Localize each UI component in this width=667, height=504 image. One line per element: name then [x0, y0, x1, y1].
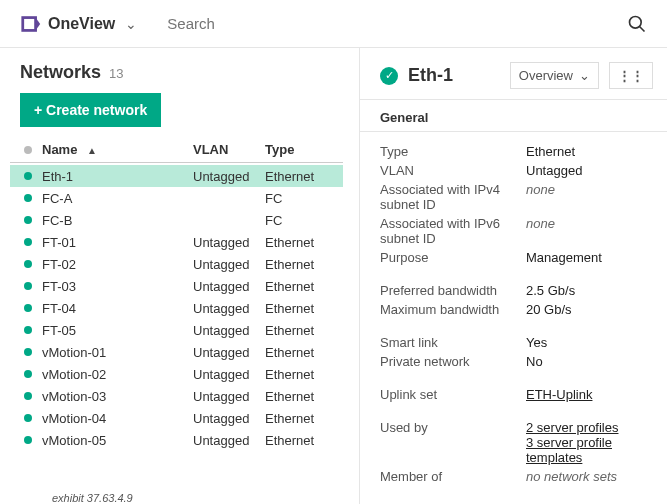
table-row[interactable]: FC-BFC — [10, 209, 343, 231]
status-ok-icon — [24, 282, 32, 290]
detail-row: VLANUntagged — [380, 163, 647, 178]
cell-type: FC — [265, 213, 339, 228]
chevron-down-icon: ⌄ — [579, 68, 590, 83]
table-row[interactable]: vMotion-03UntaggedEthernet — [10, 385, 343, 407]
cell-vlan: Untagged — [193, 389, 265, 404]
status-ok-icon — [24, 172, 32, 180]
detail-value: Management — [526, 250, 647, 265]
detail-row: Private networkNo — [380, 354, 647, 369]
detail-value: Untagged — [526, 163, 647, 178]
cell-vlan: Untagged — [193, 279, 265, 294]
cell-name: vMotion-04 — [42, 411, 193, 426]
cell-type: Ethernet — [265, 235, 339, 250]
detail-link[interactable]: 3 server profile templates — [526, 435, 647, 465]
detail-header: ✓ Eth-1 Overview ⌄ ⋮⋮ — [360, 58, 667, 100]
cell-type: Ethernet — [265, 433, 339, 448]
cell-type: Ethernet — [265, 257, 339, 272]
detail-value[interactable]: ETH-Uplink — [526, 387, 647, 402]
detail-title: Eth-1 — [408, 65, 453, 86]
detail-panel: ✓ Eth-1 Overview ⌄ ⋮⋮ General TypeEthern… — [360, 48, 667, 504]
detail-value: 20 Gb/s — [526, 302, 647, 317]
detail-row: Maximum bandwidth20 Gb/s — [380, 302, 647, 317]
status-ok-icon — [24, 392, 32, 400]
cell-type: Ethernet — [265, 279, 339, 294]
detail-row: Used by2 server profiles3 server profile… — [380, 420, 647, 465]
status-ok-icon — [24, 304, 32, 312]
table-row[interactable]: FC-AFC — [10, 187, 343, 209]
detail-key: Associated with IPv6 subnet ID — [380, 216, 526, 246]
exhibit-label: exhibit 37.63.4.9 — [0, 486, 359, 504]
sort-asc-icon: ▲ — [87, 145, 97, 156]
detail-key: Uplink set — [380, 387, 526, 402]
table-row[interactable]: vMotion-05UntaggedEthernet — [10, 429, 343, 451]
create-network-button[interactable]: + Create network — [20, 93, 161, 127]
cell-vlan: Untagged — [193, 367, 265, 382]
detail-key: Associated with IPv4 subnet ID — [380, 182, 526, 212]
cell-type: Ethernet — [265, 389, 339, 404]
cell-vlan: Untagged — [193, 257, 265, 272]
detail-row: TypeEthernet — [380, 144, 647, 159]
table-row[interactable]: FT-05UntaggedEthernet — [10, 319, 343, 341]
column-name[interactable]: Name ▲ — [42, 142, 193, 157]
cell-name: FC-B — [42, 213, 193, 228]
status-ok-icon — [24, 436, 32, 444]
svg-rect-0 — [23, 17, 36, 30]
network-list-panel: Networks 13 + Create network Name ▲ VLAN… — [0, 48, 360, 504]
cell-type: Ethernet — [265, 411, 339, 426]
cell-name: FT-02 — [42, 257, 193, 272]
actions-button[interactable]: ⋮⋮ — [609, 62, 653, 89]
table-row[interactable]: vMotion-04UntaggedEthernet — [10, 407, 343, 429]
table-row[interactable]: vMotion-02UntaggedEthernet — [10, 363, 343, 385]
cell-vlan: Untagged — [193, 323, 265, 338]
detail-key: Used by — [380, 420, 526, 435]
section-general: General — [360, 100, 667, 132]
svg-line-3 — [640, 26, 645, 31]
search-input[interactable] — [165, 14, 627, 33]
detail-key: Private network — [380, 354, 526, 369]
detail-key: Member of — [380, 469, 526, 484]
detail-body: TypeEthernetVLANUntaggedAssociated with … — [360, 132, 667, 504]
table-row[interactable]: FT-03UntaggedEthernet — [10, 275, 343, 297]
chevron-down-icon[interactable]: ⌄ — [125, 16, 137, 32]
detail-row: Associated with IPv4 subnet IDnone — [380, 182, 647, 212]
table-row[interactable]: FT-02UntaggedEthernet — [10, 253, 343, 275]
detail-value: none — [526, 216, 647, 231]
detail-value: no network sets — [526, 469, 647, 484]
table-row[interactable]: Eth-1UntaggedEthernet — [10, 165, 343, 187]
page-title-row: Networks 13 — [0, 58, 359, 93]
svg-point-2 — [630, 16, 642, 28]
table-row[interactable]: FT-04UntaggedEthernet — [10, 297, 343, 319]
detail-value: Yes — [526, 335, 647, 350]
cell-type: FC — [265, 191, 339, 206]
svg-marker-1 — [36, 17, 41, 30]
status-ok-icon — [24, 414, 32, 422]
detail-link[interactable]: 2 server profiles — [526, 420, 647, 435]
detail-value: none — [526, 182, 647, 197]
oneview-logo-icon — [20, 13, 42, 35]
detail-value: 2 server profiles3 server profile templa… — [526, 420, 647, 465]
search-icon[interactable] — [627, 14, 647, 34]
page-title: Networks — [20, 62, 101, 83]
view-selector[interactable]: Overview ⌄ — [510, 62, 599, 89]
column-vlan[interactable]: VLAN — [193, 142, 265, 157]
view-selector-label: Overview — [519, 68, 573, 83]
cell-vlan: Untagged — [193, 169, 265, 184]
table-header: Name ▲ VLAN Type — [10, 141, 343, 163]
cell-name: Eth-1 — [42, 169, 193, 184]
app-logo[interactable]: OneView — [20, 13, 115, 35]
detail-link[interactable]: ETH-Uplink — [526, 387, 647, 402]
status-ok-icon — [24, 326, 32, 334]
cell-name: FT-05 — [42, 323, 193, 338]
table-row[interactable]: vMotion-01UntaggedEthernet — [10, 341, 343, 363]
cell-name: vMotion-01 — [42, 345, 193, 360]
column-type[interactable]: Type — [265, 142, 339, 157]
status-ok-icon — [24, 348, 32, 356]
detail-row: Preferred bandwidth2.5 Gb/s — [380, 283, 647, 298]
cell-name: vMotion-03 — [42, 389, 193, 404]
detail-value: Ethernet — [526, 144, 647, 159]
detail-key: Purpose — [380, 250, 526, 265]
table-row[interactable]: FT-01UntaggedEthernet — [10, 231, 343, 253]
cell-type: Ethernet — [265, 345, 339, 360]
cell-type: Ethernet — [265, 301, 339, 316]
status-column-icon[interactable] — [24, 146, 32, 154]
